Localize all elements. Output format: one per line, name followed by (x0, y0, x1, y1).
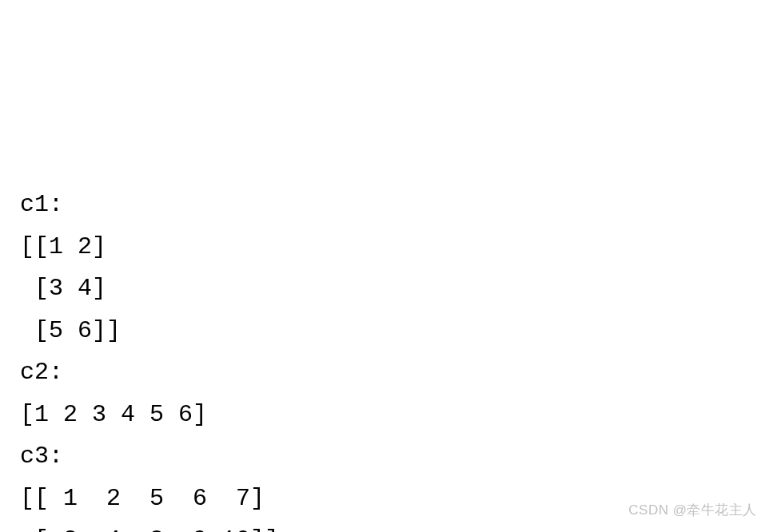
output-line-c1-label: c1: (20, 184, 753, 226)
output-line-c2-array: [1 2 3 4 5 6] (20, 394, 753, 436)
output-line-c3-label: c3: (20, 435, 753, 478)
watermark-text: CSDN @牵牛花主人 (628, 498, 757, 522)
output-line-c1-row3: [5 6]] (20, 310, 753, 352)
output-line-c2-label: c2: (20, 351, 753, 394)
output-line-c1-row2: [3 4] (20, 268, 753, 310)
output-line-c1-row1: [[1 2] (20, 226, 753, 268)
